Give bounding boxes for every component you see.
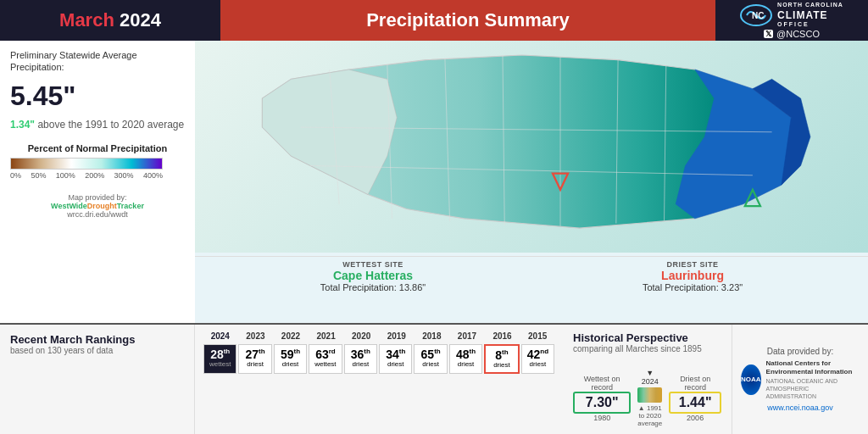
nc-logo: NC NORTH CAROLINA CLIMATE OFFICE (740, 2, 843, 28)
hist-subtitle: comparing all Marches since 1895 (573, 344, 721, 353)
year-2024: 2024 (203, 331, 237, 341)
rank-2020-label: driest (347, 360, 375, 368)
rank-2018-num: 65th (416, 348, 444, 360)
map-credit-link[interactable]: WestWideDroughtTracker (51, 202, 144, 210)
header-center: Precipitation Summary (220, 0, 715, 41)
rank-row: 28th wettest 27th driest 59th driest 63r… (203, 344, 554, 374)
driest-name: Laurinburg (643, 269, 743, 282)
rank-2021-num: 63rd (311, 348, 339, 360)
ncei-name: National Centers for Environmental Infor… (766, 359, 860, 377)
rank-2021: 63rd wettest (309, 344, 342, 374)
rank-2023: 27th driest (238, 344, 271, 374)
bottom-section: Recent March Rankings based on 130 years… (0, 323, 868, 434)
rank-2017-num: 48th (452, 348, 480, 360)
above-value: 1.34" (10, 119, 35, 131)
svg-text:NC: NC (752, 11, 764, 20)
nc-map (195, 41, 868, 253)
data-credit-label: Data provided by: (767, 347, 833, 356)
nc-logo-text: NORTH CAROLINA CLIMATE OFFICE (777, 2, 843, 28)
site-labels: WETTEST SITE Cape Hatteras Total Precipi… (195, 256, 868, 296)
wettest-precip: Total Precipitation: 13.86" (320, 282, 426, 292)
rank-2020: 36th driest (344, 344, 377, 374)
rank-2016-num: 8th (487, 349, 515, 361)
hist-wettest: Wettest on record 7.30" 1980 (573, 375, 631, 422)
rankings-section: Recent March Rankings based on 130 years… (0, 325, 195, 434)
rank-2019-label: driest (381, 360, 409, 368)
year-2022: 2022 (274, 331, 308, 341)
hist-timeline: ▼ 2024 ▲ 1991 to 2020 average (637, 369, 662, 427)
above-text: above the 1991 to 2020 average (37, 119, 184, 131)
rank-2022-num: 59th (276, 348, 304, 360)
hist-wettest-year: 1980 (573, 414, 631, 422)
map-credit: Map provided by: WestWideDroughtTracker … (10, 193, 185, 219)
rank-2023-num: 27th (241, 348, 269, 360)
rank-2020-num: 36th (347, 348, 375, 360)
ncei-url: www.ncei.noaa.gov (767, 403, 833, 412)
legend-title: Percent of Normal Precipitation (10, 142, 185, 154)
year-2017: 2017 (450, 331, 484, 341)
twitter-handle: 𝕏 @NCSCO (764, 29, 820, 39)
hist-driest-value: 1.44" (669, 392, 721, 414)
rank-2018: 65th driest (414, 344, 447, 374)
wettest-label: WETTEST SITE (320, 260, 426, 269)
year-2016: 2016 (486, 331, 520, 341)
rankings-title: Recent March Rankings (10, 333, 184, 346)
noaa-logo-area: NOAA National Centers for Environmental … (741, 359, 860, 400)
wettest-site: WETTEST SITE Cape Hatteras Total Precipi… (320, 260, 426, 292)
map-credit-west: WestWide (51, 202, 87, 210)
year-2015: 2015 (520, 331, 554, 341)
rank-2023-label: driest (241, 360, 269, 368)
wettest-name: Cape Hatteras (320, 269, 426, 282)
year-2023: 2023 (239, 331, 273, 341)
historical-section: Historical Perspective comparing all Mar… (563, 325, 732, 434)
rank-2022-label: driest (276, 360, 304, 368)
ncei-text: National Centers for Environmental Infor… (766, 359, 860, 400)
rankings-subtitle: based on 130 years of data (10, 346, 184, 355)
nc-logo-icon: NC (740, 4, 772, 26)
rank-2022: 59th driest (274, 344, 307, 374)
year-row: 2024 2023 2022 2021 2020 2019 2018 2017 … (203, 331, 554, 341)
hist-gradient-bar (637, 387, 662, 403)
driest-site: DRIEST SITE Laurinburg Total Precipitati… (643, 260, 743, 292)
header: March 2024 Precipitation Summary NC NORT… (0, 0, 868, 41)
map-area: WETTEST SITE Cape Hatteras Total Precipi… (195, 41, 868, 323)
map-credit-drought: Drought (87, 202, 117, 210)
rank-2015-label: driest (524, 360, 552, 368)
header-title: March 2024 (59, 9, 161, 31)
hist-bar-row: Wettest on record 7.30" 1980 ▼ 2024 ▲ 19… (573, 369, 721, 427)
rank-2016-label: driest (487, 361, 515, 369)
legend-section: Percent of Normal Precipitation 0% 50% 1… (10, 142, 185, 180)
driest-label: DRIEST SITE (643, 260, 743, 269)
hist-driest: Driest on record 1.44" 2006 (669, 375, 721, 422)
rankings-table-area: 2024 2023 2022 2021 2020 2019 2018 2017 … (195, 325, 563, 434)
rank-2016: 8th driest (484, 344, 519, 374)
map-credit-tracker: Tracker (117, 202, 144, 210)
rank-2017-label: driest (452, 360, 480, 368)
header-right: NC NORTH CAROLINA CLIMATE OFFICE 𝕏 @NCSC… (715, 0, 868, 41)
year-2019: 2019 (380, 331, 414, 341)
precip-label: Preliminary Statewide Average Precipitat… (10, 49, 185, 74)
year-2018: 2018 (415, 331, 449, 341)
noaa-logo: NOAA (741, 364, 761, 395)
legend-labels: 0% 50% 100% 200% 300% 400% (10, 171, 163, 180)
header-left: March 2024 (0, 0, 220, 41)
year-2020: 2020 (344, 331, 378, 341)
twitter-x-icon: 𝕏 (764, 30, 773, 38)
rank-2019: 34th driest (379, 344, 412, 374)
rank-2017: 48th driest (449, 344, 482, 374)
rank-2024: 28th wettest (203, 344, 236, 374)
above-avg: 1.34" above the 1991 to 2020 average (10, 119, 185, 131)
rank-2024-num: 28th (206, 348, 234, 360)
rank-2015-num: 42nd (524, 348, 552, 360)
rank-2018-label: driest (416, 360, 444, 368)
hist-driest-year: 2006 (669, 414, 721, 422)
data-credit: Data provided by: NOAA National Centers … (732, 325, 868, 434)
rank-2019-num: 34th (381, 348, 409, 360)
hist-wettest-value: 7.30" (573, 392, 631, 414)
noaa-full: NATIONAL OCEANIC AND ATMOSPHERIC ADMINIS… (766, 377, 860, 400)
header-year: 2024 (120, 9, 161, 31)
legend-bar (10, 158, 163, 170)
rank-2024-label: wettest (206, 360, 234, 368)
precip-value: 5.45" (10, 81, 185, 112)
hist-title: Historical Perspective (573, 331, 721, 344)
